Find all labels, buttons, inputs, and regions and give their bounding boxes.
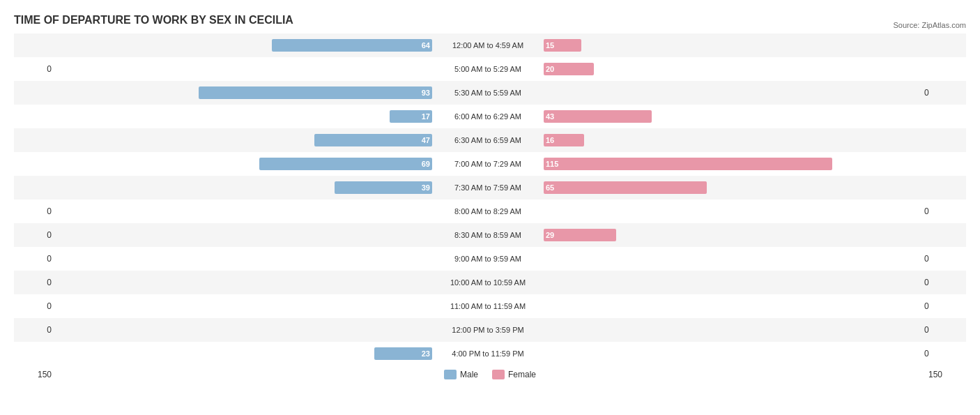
time-label: 8:00 AM to 8:29 AM <box>432 207 544 216</box>
chart-row: 010:00 AM to 10:59 AM0 <box>14 271 966 294</box>
chart-row: 935:30 AM to 5:59 AM0 <box>14 81 966 105</box>
time-label: 10:00 AM to 10:59 AM <box>432 278 544 287</box>
time-label: 4:00 PM to 11:59 PM <box>432 349 544 358</box>
time-label: 5:30 AM to 5:59 AM <box>432 89 544 97</box>
time-label: 6:30 AM to 6:59 AM <box>432 136 544 144</box>
female-bar: 16 <box>544 134 584 146</box>
female-bar: 29 <box>544 229 616 241</box>
male-value: 0 <box>14 301 56 311</box>
time-label: 8:30 AM to 8:59 AM <box>432 231 544 239</box>
chart-area: 6412:00 AM to 4:59 AM1505:00 AM to 5:29 … <box>14 33 966 365</box>
chart-row: 476:30 AM to 6:59 AM16 <box>14 128 966 152</box>
male-bar: 17 <box>390 110 432 123</box>
axis-row: 150 Male Female 150 <box>14 370 966 379</box>
male-value: 0 <box>14 64 56 74</box>
male-value: 0 <box>14 230 56 240</box>
legend-female: Female <box>492 370 536 379</box>
male-value: 0 <box>14 206 56 216</box>
female-value-outside: 0 <box>920 278 962 287</box>
chart-row: 011:00 AM to 11:59 AM0 <box>14 294 966 318</box>
female-bar: 15 <box>544 39 581 52</box>
female-value-outside: 0 <box>920 206 962 216</box>
chart-row: 08:30 AM to 8:59 AM29 <box>14 223 966 247</box>
female-value-outside: 0 <box>920 254 962 264</box>
time-label: 6:00 AM to 6:29 AM <box>432 112 544 121</box>
female-bar: 115 <box>544 158 832 170</box>
female-value-outside: 0 <box>920 301 962 311</box>
male-bar: 69 <box>259 158 432 170</box>
chart-row: 6412:00 AM to 4:59 AM15 <box>14 33 966 57</box>
axis-left-label: 150 <box>14 370 56 379</box>
chart-row: 234:00 PM to 11:59 PM0 <box>14 342 966 365</box>
male-value: 0 <box>14 254 56 264</box>
chart-row: 397:30 AM to 7:59 AM65 <box>14 176 966 199</box>
time-label: 12:00 AM to 4:59 AM <box>432 41 544 50</box>
legend-female-label: Female <box>508 370 536 379</box>
female-bar: 43 <box>544 110 652 123</box>
female-value-outside: 0 <box>920 88 962 98</box>
chart-row: 176:00 AM to 6:29 AM43 <box>14 105 966 128</box>
male-bar: 93 <box>199 86 432 99</box>
legend-female-box <box>492 370 505 379</box>
chart-row: 05:00 AM to 5:29 AM20 <box>14 57 966 81</box>
chart-row: 012:00 PM to 3:59 PM0 <box>14 318 966 342</box>
time-label: 5:00 AM to 5:29 AM <box>432 65 544 73</box>
chart-row: 697:00 AM to 7:29 AM115 <box>14 152 966 176</box>
chart-row: 09:00 AM to 9:59 AM0 <box>14 247 966 271</box>
chart-row: 08:00 AM to 8:29 AM0 <box>14 199 966 223</box>
chart-container: TIME OF DEPARTURE TO WORK BY SEX IN CECI… <box>14 7 966 386</box>
male-bar: 39 <box>335 181 432 194</box>
male-bar: 47 <box>314 134 432 146</box>
female-value-outside: 0 <box>920 325 962 335</box>
legend-male: Male <box>444 370 478 379</box>
time-label: 12:00 PM to 3:59 PM <box>432 326 544 334</box>
male-bar: 64 <box>272 39 432 52</box>
male-bar: 23 <box>374 347 432 360</box>
legend-male-box <box>444 370 457 379</box>
legend-male-label: Male <box>460 370 478 379</box>
male-value: 0 <box>14 278 56 287</box>
male-value: 0 <box>14 325 56 335</box>
time-label: 9:00 AM to 9:59 AM <box>432 255 544 263</box>
chart-title: TIME OF DEPARTURE TO WORK BY SEX IN CECI… <box>14 14 966 27</box>
time-label: 7:30 AM to 7:59 AM <box>432 183 544 192</box>
source-text: Source: ZipAtlas.com <box>893 21 966 29</box>
female-value-outside: 0 <box>920 349 962 359</box>
legend: Male Female <box>444 370 536 379</box>
female-bar: 20 <box>544 63 594 75</box>
female-bar: 65 <box>544 181 707 194</box>
time-label: 7:00 AM to 7:29 AM <box>432 160 544 168</box>
axis-right-label: 150 <box>924 370 966 379</box>
time-label: 11:00 AM to 11:59 AM <box>432 302 544 310</box>
